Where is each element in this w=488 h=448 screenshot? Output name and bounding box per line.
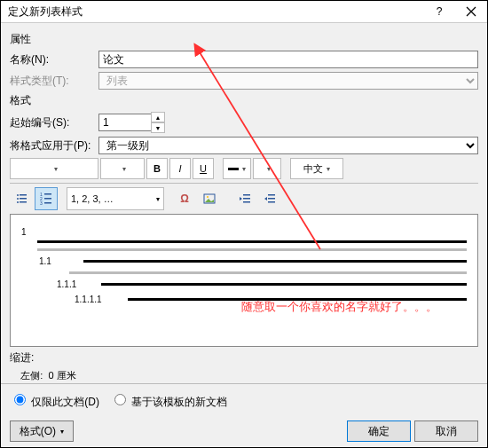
svg-point-4 (17, 198, 19, 200)
annotation-text: 随意取一个你喜欢的名字就好了。。。 (241, 299, 437, 315)
svg-text:3: 3 (40, 200, 43, 205)
dialog-body: 属性 名称(N): 样式类型(T): 列表 格式 起始编号(S): ▲ ▼ 将格… (1, 23, 487, 381)
svg-rect-21 (268, 198, 275, 200)
scope-radio-group: 仅限此文档(D) 基于该模板的新文档 (1, 386, 487, 415)
italic-button[interactable]: I (169, 158, 191, 179)
cancel-button[interactable]: 取消 (414, 420, 478, 442)
style-type-label: 样式类型(T): (10, 74, 98, 89)
preview-bar (69, 271, 467, 274)
svg-rect-16 (243, 194, 250, 196)
bullet-list-button[interactable] (10, 187, 33, 210)
underline-button[interactable]: U (193, 158, 214, 179)
name-label: 名称(N): (10, 52, 98, 67)
insert-symbol-button[interactable]: Ω (173, 187, 196, 210)
preview-bar (37, 240, 467, 243)
svg-marker-19 (240, 197, 242, 200)
svg-rect-13 (44, 202, 51, 204)
this-doc-radio[interactable]: 仅限此文档(D) (10, 391, 99, 410)
dialog-title: 定义新列表样式 (8, 4, 423, 20)
increase-indent-button[interactable] (258, 187, 281, 210)
format-toolbar: B I U 中文 (10, 158, 478, 179)
preview-pane: 1 1.1 1.1.1 1.1.1.1 随意取一个你喜欢的名字就好了。。。 (10, 214, 478, 347)
define-list-style-dialog: 定义新列表样式 ? 属性 名称(N): 样式类型(T): 列表 格式 起始编号(… (0, 0, 488, 448)
bold-button[interactable]: B (146, 158, 168, 179)
close-icon (465, 5, 477, 18)
svg-rect-5 (20, 198, 27, 200)
number-style-select[interactable]: 1, 2, 3, … (67, 187, 164, 210)
svg-rect-22 (268, 201, 275, 203)
preview-level-3: 1.1.1 (21, 279, 101, 289)
picture-icon (203, 193, 216, 205)
svg-rect-18 (243, 201, 250, 203)
svg-rect-11 (44, 198, 51, 200)
svg-rect-20 (268, 194, 275, 196)
preview-bar (37, 248, 467, 251)
svg-rect-17 (243, 198, 250, 200)
ok-button[interactable]: 确定 (347, 420, 411, 442)
start-number-input[interactable] (98, 114, 152, 131)
highlight-select[interactable] (253, 158, 281, 179)
help-button[interactable]: ? (423, 1, 455, 22)
preview-bar (83, 260, 467, 263)
format-section-label: 格式 (10, 93, 478, 108)
indent-label: 缩进: (10, 350, 478, 365)
preview-bar (101, 283, 467, 286)
apply-format-label: 将格式应用于(P): (10, 138, 98, 153)
dialog-footer: 格式(O) 确定 取消 (1, 415, 487, 447)
svg-rect-3 (20, 194, 27, 196)
svg-marker-23 (264, 197, 267, 200)
svg-point-2 (17, 194, 19, 196)
name-input[interactable] (98, 51, 478, 68)
svg-rect-9 (44, 193, 51, 195)
font-size-select[interactable] (100, 158, 145, 179)
titlebar: 定义新列表样式 ? (1, 1, 487, 23)
svg-point-6 (17, 201, 19, 203)
template-radio[interactable]: 基于该模板的新文档 (110, 391, 227, 410)
font-family-select[interactable] (10, 158, 98, 179)
indent-description: 左侧: 0 厘米 悬挂缩进: 4.25 字符, 多级符号 + 级别: 1 + 编… (10, 369, 478, 381)
apply-format-select[interactable]: 第一级别 (98, 137, 478, 154)
preview-level-2: 1.1 (21, 256, 83, 266)
decrease-indent-icon (239, 193, 251, 205)
close-button[interactable] (455, 1, 487, 22)
numbered-list-icon: 123 (40, 193, 52, 205)
properties-section-label: 属性 (10, 32, 478, 47)
preview-level-1: 1 (21, 227, 66, 237)
spin-down[interactable]: ▼ (151, 122, 165, 133)
omega-icon: Ω (180, 193, 189, 205)
numbered-list-button[interactable]: 123 (35, 187, 58, 210)
insert-picture-button[interactable] (198, 187, 221, 210)
bullet-list-icon (15, 193, 28, 205)
list-toolbar: 123 1, 2, 3, … Ω (10, 187, 478, 210)
style-type-select: 列表 (98, 72, 478, 90)
format-menu-button[interactable]: 格式(O) (10, 420, 74, 442)
increase-indent-icon (264, 193, 276, 205)
font-color-select[interactable] (223, 158, 251, 179)
spin-up[interactable]: ▲ (151, 112, 165, 122)
preview-level-4: 1.1.1.1 (21, 295, 128, 304)
svg-rect-7 (20, 201, 27, 203)
start-number-label: 起始编号(S): (10, 115, 98, 130)
decrease-indent-button[interactable] (233, 187, 256, 210)
svg-point-15 (207, 196, 209, 198)
language-select[interactable]: 中文 (290, 158, 343, 179)
